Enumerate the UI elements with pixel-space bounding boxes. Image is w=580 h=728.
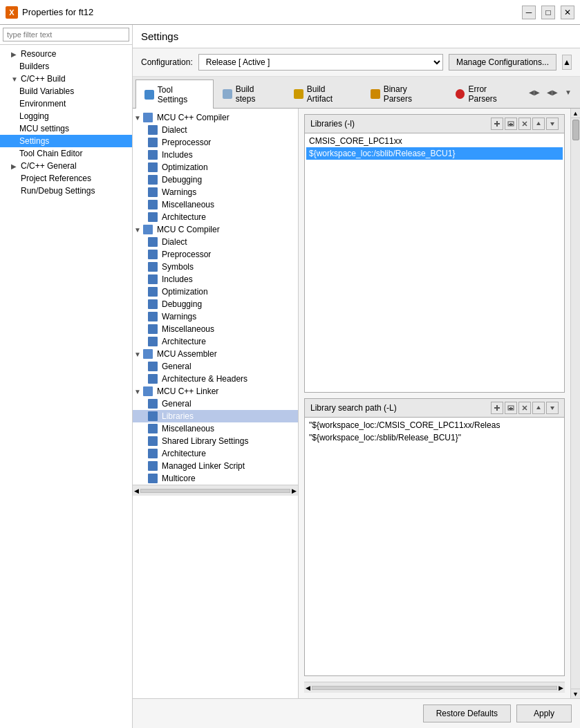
stree-item-miscellaneous[interactable]: Miscellaneous <box>133 198 298 211</box>
apply-button[interactable]: Apply <box>516 704 572 722</box>
tab-label: Build Artifact <box>307 84 353 104</box>
tab-nav-forward[interactable]: ◀▶ <box>544 87 561 97</box>
stree-item-lnk-managed-linker[interactable]: Managed Linker Script <box>133 460 298 472</box>
scroll-button[interactable]: ▲ <box>562 55 572 70</box>
filter-input[interactable] <box>3 28 129 41</box>
detail-scroll-left[interactable]: ◀ <box>306 684 310 691</box>
stree-item-lnk-architecture[interactable]: Architecture <box>133 447 298 460</box>
lib-up-button[interactable] <box>532 118 545 130</box>
stree-label: Architecture <box>162 449 206 458</box>
stree-item-debugging[interactable]: Debugging <box>133 174 298 186</box>
lib-add-button[interactable] <box>491 118 503 130</box>
stree-item-lnk-multicore[interactable]: Multicore <box>133 472 298 485</box>
stree-item-preprocessor[interactable]: Preprocessor <box>133 136 298 149</box>
stree-item-asm-arch-headers[interactable]: Architecture & Headers <box>133 373 298 385</box>
path-delete-button[interactable] <box>518 402 531 414</box>
add-workspace-icon <box>507 120 514 127</box>
detail-scroll-right[interactable]: ▶ <box>559 684 563 691</box>
settings-tree-scroll[interactable]: ◀ ▶ <box>133 485 298 496</box>
stree-item-asm-general[interactable]: General <box>133 360 298 373</box>
sidebar-item-tool-chain-editor[interactable]: Tool Chain Editor <box>0 147 132 160</box>
stree-item-c-optimization[interactable]: Optimization <box>133 286 298 298</box>
sidebar-item-logging[interactable]: Logging <box>0 110 132 122</box>
lib-down-button[interactable] <box>546 118 559 130</box>
path-up-button[interactable] <box>532 402 545 414</box>
tab-build-steps[interactable]: Build steps <box>214 80 285 108</box>
stree-label: MCU C++ Linker <box>157 386 218 396</box>
stree-group-mcu-cxx-linker[interactable]: ▼ MCU C++ Linker <box>133 385 298 398</box>
restore-defaults-button[interactable]: Restore Defaults <box>423 704 511 722</box>
stree-item-includes[interactable]: Includes <box>133 149 298 161</box>
tool-settings-icon <box>144 90 154 100</box>
path-add-button[interactable] <box>491 402 503 414</box>
sidebar-item-environment[interactable]: Environment <box>0 97 132 110</box>
stree-item-c-dialect[interactable]: Dialect <box>133 236 298 248</box>
stree-group-mcu-assembler[interactable]: ▼ MCU Assembler <box>133 348 298 360</box>
path-item-1[interactable]: "${workspace_loc:/CMSIS_CORE_LPC11xx/Rel… <box>306 419 563 431</box>
tab-binary-parsers[interactable]: Binary Parsers <box>362 80 447 108</box>
stree-group-mcu-c-compiler[interactable]: ▼ MCU C Compiler <box>133 223 298 236</box>
sidebar-item-settings[interactable]: Settings <box>0 135 132 147</box>
stree-label: Architecture & Headers <box>162 374 247 384</box>
sidebar-item-mcu-settings[interactable]: MCU settings <box>0 122 132 135</box>
tab-dropdown[interactable]: ▼ <box>562 87 574 97</box>
path-down-button[interactable] <box>546 402 559 414</box>
stree-item-c-preprocessor[interactable]: Preprocessor <box>133 248 298 261</box>
scroll-right-arrow[interactable]: ▶ <box>292 487 297 494</box>
stree-item-lnk-libraries[interactable]: Libraries <box>133 410 298 422</box>
stree-item-lnk-general[interactable]: General <box>133 398 298 410</box>
sidebar-item-resource[interactable]: ▶ Resource <box>0 48 132 60</box>
library-search-toolbar <box>491 402 559 414</box>
close-button[interactable]: ✕ <box>561 6 574 19</box>
sidebar-item-label: Project References <box>21 174 91 183</box>
sidebar-item-project-references[interactable]: ▶ Project References <box>0 172 132 185</box>
manage-configurations-button[interactable]: Manage Configurations... <box>449 54 556 71</box>
delete-icon <box>521 404 528 411</box>
svg-marker-7 <box>536 122 541 125</box>
scroll-down-button[interactable]: ▼ <box>571 689 581 698</box>
config-select[interactable]: Release [ Active ] <box>198 54 443 71</box>
library-item-1[interactable]: CMSIS_CORE_LPC11xx <box>306 135 563 147</box>
maximize-button[interactable]: □ <box>541 6 555 19</box>
stree-item-c-debugging[interactable]: Debugging <box>133 298 298 310</box>
tab-error-parsers[interactable]: Error Parsers <box>447 80 527 108</box>
sidebar-item-run-debug-settings[interactable]: ▶ Run/Debug Settings <box>0 185 132 197</box>
stree-item-warnings[interactable]: Warnings <box>133 186 298 198</box>
tabs-bar: Tool Settings Build steps Build Artifact… <box>133 77 580 109</box>
tab-nav-back[interactable]: ◀▶ <box>526 87 543 97</box>
library-item-2[interactable]: ${workspace_loc:/sblib/Release_BCU1} <box>306 147 563 160</box>
sidebar-item-label: C/C++ Build <box>21 74 66 84</box>
svg-marker-16 <box>536 406 541 409</box>
scroll-up-button[interactable]: ▲ <box>571 109 581 118</box>
delete-icon <box>521 120 528 127</box>
stree-item-architecture[interactable]: Architecture <box>133 211 298 223</box>
tab-tool-settings[interactable]: Tool Settings <box>135 80 214 109</box>
stree-item-optimization[interactable]: Optimization <box>133 161 298 174</box>
stree-item-lnk-shared-library[interactable]: Shared Library Settings <box>133 435 298 447</box>
node-icon <box>148 461 158 471</box>
sidebar-item-cxx-general[interactable]: ▶ C/C++ General <box>0 160 132 172</box>
tab-label: Error Parsers <box>468 84 517 104</box>
sidebar-item-cxx-build[interactable]: ▼ C/C++ Build <box>0 73 132 85</box>
scroll-thumb[interactable] <box>572 120 579 140</box>
stree-item-c-architecture[interactable]: Architecture <box>133 335 298 348</box>
stree-item-c-symbols[interactable]: Symbols <box>133 261 298 273</box>
sidebar-item-builders[interactable]: Builders <box>0 60 132 73</box>
tab-build-artifact[interactable]: Build Artifact <box>285 80 362 108</box>
lib-delete-button[interactable] <box>518 118 531 130</box>
stree-item-c-includes[interactable]: Includes <box>133 273 298 286</box>
sidebar-item-build-variables[interactable]: Build Variables <box>0 85 132 97</box>
lib-add-ws-button[interactable] <box>505 118 517 130</box>
stree-item-c-miscellaneous[interactable]: Miscellaneous <box>133 323 298 335</box>
stree-group-mcu-cxx-compiler[interactable]: ▼ MCU C++ Compiler <box>133 111 298 124</box>
stree-item-dialect[interactable]: Dialect <box>133 124 298 136</box>
scroll-left-arrow[interactable]: ◀ <box>134 487 139 494</box>
path-item-2[interactable]: "${workspace_loc:/sblib/Release_BCU1}" <box>306 431 563 444</box>
detail-scroll[interactable]: ◀ ▶ <box>304 682 565 693</box>
stree-item-lnk-miscellaneous[interactable]: Miscellaneous <box>133 422 298 435</box>
stree-item-c-warnings[interactable]: Warnings <box>133 310 298 323</box>
path-add-ws-button[interactable] <box>505 402 517 414</box>
stree-label: Includes <box>162 274 193 284</box>
minimize-button[interactable]: ─ <box>522 6 536 19</box>
expander-icon: ▼ <box>11 75 18 83</box>
